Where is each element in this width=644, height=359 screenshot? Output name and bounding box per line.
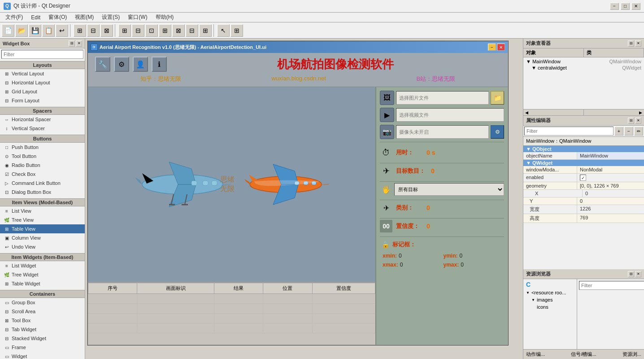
obj-hscroll-right[interactable]: ▶ (584, 109, 644, 115)
widget-vertical-layout[interactable]: ⊞ Vertical Layout (0, 69, 85, 78)
tb-view1[interactable]: ⊠ (100, 24, 113, 37)
widget-dialog-btn-box[interactable]: ⊡ Dialog Button Box (0, 188, 85, 197)
prop-row-x[interactable]: X 0 (523, 190, 644, 197)
widget-radio-button[interactable]: ◉ Radio Button (0, 161, 85, 170)
resource-filter-input[interactable] (579, 281, 644, 290)
prop-row-enabled[interactable]: enabled ✓ (523, 174, 644, 182)
menu-window[interactable]: 窗口(W) (124, 13, 151, 22)
tb-adjust[interactable]: ⊞ (74, 24, 86, 37)
tb-layout2[interactable]: ⊟ (132, 24, 144, 37)
tb-pointer[interactable]: ↖ (217, 24, 230, 37)
menu-file[interactable]: 文件(F) (2, 13, 26, 22)
widget-group-box[interactable]: ▭ Group Box (0, 298, 85, 307)
widget-table-widget[interactable]: ⊞ Table Widget (0, 279, 85, 288)
widget-horiz-spacer[interactable]: ↔ Horizontal Spacer (0, 115, 85, 124)
prop-editor-close[interactable]: ✕ (635, 118, 641, 124)
prop-filter-add[interactable]: + (614, 127, 623, 136)
minimize-button[interactable]: − (610, 3, 619, 10)
widget-horizontal-layout[interactable]: ⊟ Horizontal Layout (0, 78, 85, 87)
widget-box-close[interactable]: ✕ (76, 40, 82, 47)
tb-layout7[interactable]: ⊞ (199, 24, 212, 37)
prop-filter-minus[interactable]: − (624, 127, 633, 136)
widget-box-filter-input[interactable] (1, 50, 83, 59)
app-tb-btn-4[interactable]: ℹ (152, 57, 167, 72)
tb-grid[interactable]: ⊟ (87, 24, 100, 37)
widget-push-button[interactable]: □ Push Button (0, 143, 85, 152)
tb-layout5[interactable]: ⊠ (172, 24, 185, 37)
widget-grid-layout[interactable]: ⊞ Grid Layout (0, 87, 85, 96)
obj-hscroll-left[interactable]: ◀ (523, 109, 584, 115)
obj-inspector-float[interactable]: ⊟ (628, 40, 634, 47)
widget-list-view[interactable]: ≡ List View (0, 206, 85, 215)
inner-minimize-button[interactable]: − (488, 44, 496, 51)
prop-row-width[interactable]: 宽度 1226 (523, 205, 644, 214)
prop-row-objectname[interactable]: objectName MainWindow (523, 152, 644, 160)
widget-scroll-area[interactable]: ⊟ Scroll Area (0, 307, 85, 316)
widget-tree-widget[interactable]: 🌿 Tree Widget (0, 270, 85, 279)
resource-c-icon[interactable]: C (524, 280, 576, 289)
widget-tab-widget[interactable]: ⊟ Tab Widget (0, 325, 85, 334)
menu-edit[interactable]: Edit (27, 13, 44, 22)
menu-help[interactable]: 帮助(H) (152, 13, 178, 22)
app-tb-btn-1[interactable]: 🔧 (95, 57, 110, 72)
tb-layout3[interactable]: ⊡ (145, 24, 158, 37)
tb-tool8[interactable]: ⊞ (231, 24, 243, 37)
tb-layout4[interactable]: ⊞ (159, 24, 171, 37)
image-file-input[interactable] (396, 91, 489, 105)
widget-table-view[interactable]: ⊞ Table View (0, 224, 85, 233)
widget-tool-box[interactable]: ⊠ Tool Box (0, 316, 85, 325)
widget-widget[interactable]: ▭ Widget (0, 352, 85, 359)
tb-saveas[interactable]: 📋 (42, 24, 55, 37)
resource-browser-float[interactable]: ⊟ (628, 271, 634, 277)
widget-tree-view[interactable]: 🌿 Tree View (0, 215, 85, 224)
prop-row-geometry[interactable]: geometry [0, 0), 1226 × 769 (523, 182, 644, 190)
widget-tool-button[interactable]: ⊙ Tool Button (0, 152, 85, 161)
inner-close-button[interactable]: ✕ (497, 44, 505, 51)
menu-settings[interactable]: 设置(S) (98, 13, 123, 22)
tb-save[interactable]: 💾 (29, 24, 41, 37)
prop-row-height[interactable]: 高度 769 (523, 214, 644, 223)
video-file-input[interactable] (396, 108, 504, 122)
tb-undo2[interactable]: ↩ (56, 24, 68, 37)
widget-column-view[interactable]: ▣ Column View (0, 233, 85, 242)
obj-inspector-close[interactable]: ✕ (635, 40, 641, 47)
resource-action-tab[interactable]: 动作编... (526, 351, 545, 358)
tb-layout1[interactable]: ⊞ (118, 24, 131, 37)
widget-frame[interactable]: ▭ Frame (0, 343, 85, 352)
obj-tree-mainwindow[interactable]: ▼ MainWindow QMainWindow (524, 58, 643, 65)
resource-icons[interactable]: icons (524, 303, 576, 311)
resource-root[interactable]: ▼ <resource roo... (524, 289, 576, 296)
tb-layout6[interactable]: ⊟ (186, 24, 198, 37)
widget-form-layout[interactable]: ⊟ Form Layout (0, 96, 85, 105)
tb-new[interactable]: 📄 (2, 24, 14, 37)
resource-resource-tab[interactable]: 资源浏... (622, 351, 641, 358)
resource-images[interactable]: ▼ images (524, 296, 576, 303)
menu-form[interactable]: 窗体(O) (45, 13, 70, 22)
app-table-scroll[interactable]: 序号 画面标识 结果 位置 置信度 (88, 283, 375, 345)
app-tb-btn-2[interactable]: ⚙ (114, 57, 129, 72)
widget-vert-spacer[interactable]: ↕ Vertical Spacer (0, 124, 85, 133)
prop-editor-float[interactable]: ⊟ (628, 118, 634, 124)
camera-action-button[interactable]: ⚙ (491, 125, 504, 139)
tb-open[interactable]: 📂 (15, 24, 28, 37)
widget-check-box[interactable]: ☑ Check Box (0, 170, 85, 179)
widget-stacked-widget[interactable]: ⊟ Stacked Widget (0, 334, 85, 343)
prop-row-windowmodal[interactable]: windowModa... NonModal (523, 166, 644, 174)
prop-row-y[interactable]: Y 0 (523, 197, 644, 205)
prop-filter-edit[interactable]: ✏ (634, 127, 643, 136)
enabled-checkbox[interactable]: ✓ (580, 175, 586, 181)
close-button[interactable]: ✕ (631, 3, 640, 10)
image-folder-button[interactable]: 📁 (491, 91, 504, 105)
widget-box-float[interactable]: ⊟ (69, 40, 75, 47)
restore-button[interactable]: □ (621, 3, 630, 10)
target-dropdown[interactable]: 所有目标 (394, 183, 504, 196)
menu-view[interactable]: 视图(M) (71, 13, 97, 22)
widget-list-widget[interactable]: ≡ List Widget (0, 261, 85, 270)
widget-command-link[interactable]: ▷ Command Link Button (0, 179, 85, 188)
widget-undo-view[interactable]: ↩ Undo View (0, 242, 85, 251)
obj-tree-centralwidget[interactable]: ▼ centralwidget QWidget (524, 65, 643, 71)
app-tb-btn-3[interactable]: 👤 (133, 57, 148, 72)
resource-browser-close[interactable]: ✕ (635, 271, 641, 277)
camera-input[interactable] (396, 125, 489, 139)
prop-filter-input[interactable] (524, 127, 614, 136)
